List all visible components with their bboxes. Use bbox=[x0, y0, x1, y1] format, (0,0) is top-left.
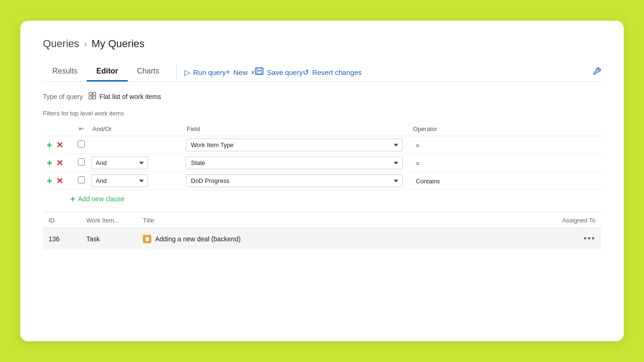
run-query-label: Run query bbox=[193, 68, 226, 76]
filter-row-1-add[interactable]: + bbox=[46, 140, 53, 150]
query-type-row: Type of query Flat list of work items bbox=[43, 92, 601, 101]
tab-bar: Results Editor Charts ▷ Run query + New … bbox=[43, 63, 601, 82]
indent-icon: ⇤ bbox=[79, 124, 85, 132]
breadcrumb-root[interactable]: Queries bbox=[43, 38, 79, 50]
tab-charts[interactable]: Charts bbox=[128, 63, 169, 82]
result-more-button[interactable]: ••• bbox=[584, 234, 595, 244]
filter-row-1-operator: = bbox=[412, 140, 423, 151]
results-col-workitem: Work Item... bbox=[81, 212, 137, 228]
result-title-text: Adding a new deal (backend) bbox=[155, 235, 240, 243]
filter-row-1-field[interactable]: Work Item Type bbox=[186, 139, 403, 151]
query-type-value[interactable]: Flat list of work items bbox=[89, 92, 161, 101]
add-clause-plus-icon: + bbox=[70, 195, 75, 203]
filter-table: ⇤ And/Or Field Operator + ✕ bbox=[43, 123, 601, 190]
svg-rect-3 bbox=[89, 92, 92, 95]
filter-row-3-field[interactable]: DoD Progress bbox=[186, 174, 403, 187]
filter-row-1-actions: + ✕ bbox=[46, 140, 72, 150]
breadcrumb-separator: › bbox=[84, 39, 87, 49]
table-row: 136 Task 📋 Adding a new deal (backend) •… bbox=[43, 228, 601, 250]
filters-section: Filters for top level work items ⇤ And/O… bbox=[43, 110, 601, 203]
result-assigned: ••• bbox=[526, 228, 601, 250]
results-col-title: Title bbox=[137, 212, 526, 228]
new-chevron-icon: ∨ bbox=[251, 69, 255, 75]
filter-row-3-actions: + ✕ bbox=[46, 176, 72, 186]
new-plus-icon: + bbox=[226, 68, 230, 76]
filter-row-2-add[interactable]: + bbox=[46, 158, 53, 168]
svg-rect-5 bbox=[89, 96, 92, 99]
task-icon: 📋 bbox=[143, 235, 151, 243]
filter-row-3-operator: Contains bbox=[412, 175, 444, 187]
filter-row-2-actions: + ✕ bbox=[46, 158, 72, 168]
filter-row-3: + ✕ And Or Do bbox=[43, 172, 601, 190]
filter-row-2: + ✕ And Or St bbox=[43, 154, 601, 172]
th-operator: Operator bbox=[409, 123, 601, 136]
svg-rect-2 bbox=[257, 71, 262, 74]
filter-row-3-remove[interactable]: ✕ bbox=[55, 177, 64, 185]
filter-row-3-checkbox[interactable] bbox=[78, 176, 85, 183]
results-table: ID Work Item... Title Assigned To 136 Ta… bbox=[43, 212, 601, 249]
filter-row-1: + ✕ Work Item Type = bbox=[43, 136, 601, 154]
breadcrumb-current: My Queries bbox=[91, 38, 144, 50]
tab-toolbar-divider bbox=[176, 66, 177, 79]
wrench-icon bbox=[593, 67, 601, 77]
filter-row-2-checkbox[interactable] bbox=[78, 158, 85, 165]
th-actions bbox=[43, 123, 75, 136]
revert-icon: ↺ bbox=[303, 68, 309, 77]
add-clause-label: Add new clause bbox=[78, 195, 125, 203]
filter-row-1-remove[interactable]: ✕ bbox=[55, 141, 64, 149]
result-work-item: Task bbox=[81, 228, 137, 250]
result-title: 📋 Adding a new deal (backend) bbox=[137, 228, 526, 250]
th-indent: ⇤ bbox=[75, 123, 89, 136]
svg-rect-4 bbox=[93, 92, 96, 95]
query-type-value-text: Flat list of work items bbox=[99, 93, 161, 100]
filter-row-2-remove[interactable]: ✕ bbox=[55, 159, 64, 167]
filter-row-3-andor[interactable]: And Or bbox=[91, 174, 148, 187]
run-query-button[interactable]: ▷ Run query bbox=[184, 68, 226, 77]
tab-results[interactable]: Results bbox=[43, 63, 87, 82]
filter-row-2-field[interactable]: State bbox=[186, 156, 403, 169]
results-col-assigned: Assigned To bbox=[526, 212, 601, 228]
grid-icon bbox=[89, 92, 96, 101]
th-field: Field bbox=[183, 123, 409, 136]
svg-rect-6 bbox=[93, 96, 96, 99]
filter-row-1-checkbox[interactable] bbox=[78, 140, 85, 148]
query-type-label: Type of query bbox=[43, 93, 83, 100]
th-andor: And/Or bbox=[89, 123, 183, 136]
new-button[interactable]: + New ∨ bbox=[226, 68, 255, 76]
result-id: 136 bbox=[43, 228, 81, 250]
revert-changes-label: Revert changes bbox=[312, 68, 362, 76]
filter-row-2-operator: = bbox=[412, 157, 423, 169]
breadcrumb: Queries › My Queries bbox=[43, 38, 601, 50]
filter-row-2-andor[interactable]: And Or bbox=[91, 156, 148, 169]
filters-section-label: Filters for top level work items bbox=[43, 110, 601, 117]
save-icon bbox=[255, 67, 264, 77]
tab-editor[interactable]: Editor bbox=[87, 63, 127, 82]
new-label: New bbox=[233, 68, 248, 76]
revert-changes-button[interactable]: ↺ Revert changes bbox=[303, 68, 362, 77]
results-col-id: ID bbox=[43, 212, 81, 228]
main-container: Queries › My Queries Results Editor Char… bbox=[20, 21, 624, 341]
save-query-button[interactable]: Save query bbox=[255, 67, 303, 77]
filter-row-3-add[interactable]: + bbox=[46, 176, 53, 186]
save-query-label: Save query bbox=[267, 68, 303, 76]
settings-button[interactable] bbox=[593, 67, 601, 77]
run-icon: ▷ bbox=[184, 68, 190, 77]
add-new-clause-button[interactable]: + Add new clause bbox=[43, 190, 124, 203]
